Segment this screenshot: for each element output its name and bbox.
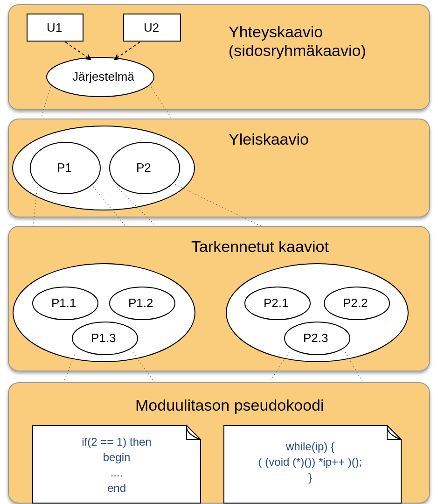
code-right-l3: } [308,471,312,483]
p22-label: P2.2 [343,296,368,310]
actor-u2: U2 [124,14,181,41]
process-p1: P1 [30,142,100,194]
code-page-right: while(ip) { ( (void (*)()) *ip++ )(); } [224,426,401,503]
actor-u1-label: U1 [47,21,62,35]
panel-pseudocode: Moduulitason pseudokoodi if(2 == 1) then… [8,383,430,503]
p12-label: P1.2 [128,296,153,310]
code-left-l1: if(2 == 1) then [82,435,151,448]
panel-context-title-2: (sidosryhmäkaavio) [229,42,366,59]
actor-u2-label: U2 [144,21,159,35]
p13-label: P1.3 [91,331,116,345]
panel-context: Yhteyskaavio (sidosryhmäkaavio) U1 U2 Jä… [8,5,430,110]
diagram-canvas: Yhteyskaavio (sidosryhmäkaavio) U1 U2 Jä… [0,0,438,504]
panel-pseudocode-title: Moduulitason pseudokoodi [135,396,324,414]
panel-context-title-1: Yhteyskaavio [229,23,323,41]
p23-label: P2.3 [303,331,328,345]
code-left-l4: end [107,482,126,494]
p2-label: P2 [136,161,151,175]
process-p21: P2.1 [245,287,310,320]
system-node: Järjestelmä [47,57,154,97]
actor-u1: U1 [27,14,83,41]
panel-overview-title: Yleiskaavio [229,130,309,148]
p1-label: P1 [57,161,72,175]
process-p11: P1.1 [33,287,98,320]
code-right-l2: ( (void (*)()) *ip++ )(); [258,455,362,468]
p21-label: P2.1 [264,296,289,310]
process-p13: P1.3 [72,322,138,355]
code-left-l2: begin [103,451,131,463]
panel-detailed-title: Tarkennetut kaaviot [191,238,329,255]
panel-detailed: Tarkennetut kaaviot P1.1 P1.2 P1.3 P2.1 … [8,226,430,371]
process-p12: P1.2 [110,287,175,320]
system-label: Järjestelmä [72,70,134,84]
process-p22: P2.2 [324,287,389,320]
p11-label: P1.1 [51,296,76,310]
code-page-left: if(2 == 1) then begin .... end [33,426,201,503]
panel-overview: Yleiskaavio P1 P2 [8,119,430,217]
process-p23: P2.3 [285,322,350,355]
code-right-l1: while(ip) { [285,440,334,453]
process-p2: P2 [110,142,180,194]
code-left-l3: .... [111,466,123,479]
